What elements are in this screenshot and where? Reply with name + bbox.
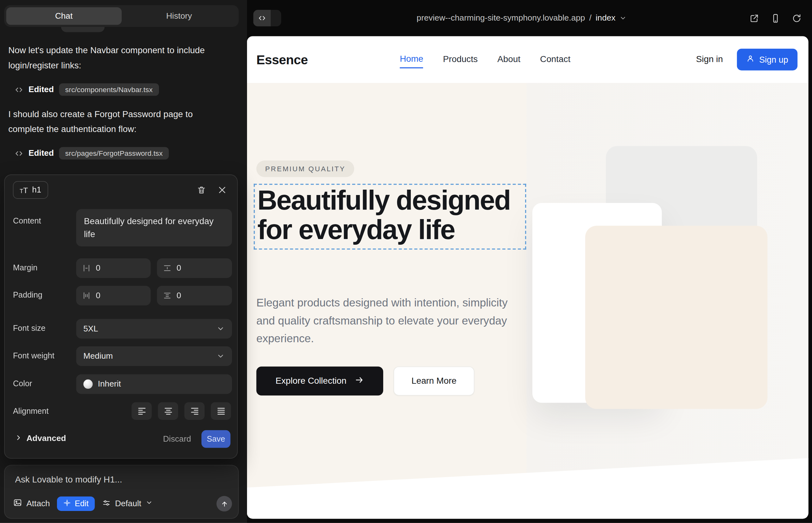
advanced-toggle[interactable]: Advanced xyxy=(15,434,66,443)
edited-file-row: Edited src/pages/ForgotPassword.tsx xyxy=(15,146,169,161)
save-button[interactable]: Save xyxy=(201,430,231,448)
font-weight-value: Medium xyxy=(83,351,113,361)
element-editor-panel: TT h1 Content Beautifully designed for e… xyxy=(4,175,237,459)
tab-chat[interactable]: Chat xyxy=(6,7,122,25)
site-navbar: Essence Home Products About Contact Sign… xyxy=(247,36,809,83)
composer-toolbar: Attach Edit Default xyxy=(13,495,232,512)
alignment-label: Alignment xyxy=(13,407,49,416)
padding-horizontal-icon xyxy=(82,292,91,300)
nav-link-products[interactable]: Products xyxy=(443,54,478,65)
hero-subtext: Elegant products designed with intention… xyxy=(256,294,509,348)
element-tag-pill[interactable]: TT h1 xyxy=(13,181,48,199)
url-separator: / xyxy=(589,14,591,23)
nav-link-home[interactable]: Home xyxy=(400,54,423,68)
decor-diagonal xyxy=(247,455,809,519)
delete-element-button[interactable] xyxy=(195,183,208,197)
margin-horizontal-icon xyxy=(82,264,91,272)
mobile-view-icon[interactable] xyxy=(771,13,780,23)
model-selector[interactable]: Default xyxy=(102,498,153,509)
edited-label: Edited xyxy=(29,85,54,94)
site-logo[interactable]: Essence xyxy=(256,36,307,83)
chevron-down-icon xyxy=(217,352,225,360)
code-preview-toggle[interactable] xyxy=(253,10,281,26)
content-label: Content xyxy=(13,217,41,226)
sliders-icon xyxy=(102,498,111,509)
align-right-button[interactable] xyxy=(184,402,205,420)
preview-url: preview--charming-site-symphony.lovable.… xyxy=(417,14,585,23)
sign-up-button[interactable]: Sign up xyxy=(737,49,797,71)
nav-link-contact[interactable]: Contact xyxy=(540,54,570,65)
crosshair-icon xyxy=(63,499,71,509)
attach-label: Attach xyxy=(26,499,50,508)
padding-vertical-input[interactable] xyxy=(177,291,213,300)
align-left-button[interactable] xyxy=(131,402,152,420)
chevron-down-icon xyxy=(217,325,225,333)
edited-file-row: Edited src/components/Navbar.tsx xyxy=(15,82,159,97)
edited-file-chip[interactable]: src/pages/ForgotPassword.tsx xyxy=(59,147,169,159)
align-center-button[interactable] xyxy=(158,402,178,420)
font-weight-label: Font weight xyxy=(13,351,54,360)
padding-horizontal-input[interactable] xyxy=(96,291,132,300)
margin-vertical-input[interactable] xyxy=(177,264,213,273)
learn-more-button[interactable]: Learn More xyxy=(394,366,474,396)
preview-url-bar[interactable]: preview--charming-site-symphony.lovable.… xyxy=(299,0,745,36)
nav-link-about[interactable]: About xyxy=(497,54,520,65)
edit-label: Edit xyxy=(75,499,89,508)
edit-mode-button[interactable]: Edit xyxy=(57,497,95,511)
chevron-down-icon xyxy=(619,15,627,22)
padding-horizontal-field xyxy=(76,286,151,306)
margin-horizontal-field xyxy=(76,258,151,278)
padding-label: Padding xyxy=(13,290,42,300)
code-icon xyxy=(15,149,23,158)
chevron-down-icon xyxy=(145,499,153,508)
code-icon xyxy=(253,10,271,26)
margin-vertical-icon xyxy=(163,264,171,272)
selected-element-outline[interactable]: Beautifully designed for everyday life xyxy=(254,184,526,250)
explore-collection-button[interactable]: Explore Collection xyxy=(256,366,383,396)
code-icon xyxy=(15,85,23,94)
preview-actions xyxy=(749,0,801,36)
content-textarea[interactable]: Beautifully designed for everyday life xyxy=(76,209,232,247)
advanced-label: Advanced xyxy=(26,434,66,443)
element-tag-label: h1 xyxy=(32,185,41,194)
close-icon[interactable] xyxy=(215,183,229,197)
font-weight-select[interactable]: Medium xyxy=(76,346,232,366)
toggle-handle xyxy=(271,10,281,26)
color-select[interactable]: Inherit xyxy=(76,374,232,394)
chevron-right-icon xyxy=(15,434,21,443)
chat-composer: Attach Edit Default xyxy=(4,465,239,519)
default-label: Default xyxy=(115,499,141,508)
edited-file-chip[interactable]: src/components/Navbar.tsx xyxy=(59,83,159,96)
decor-shape-cream xyxy=(585,226,768,409)
chat-message: Now let's update the Navbar component to… xyxy=(8,43,211,73)
open-external-icon[interactable] xyxy=(749,13,759,23)
sign-up-label: Sign up xyxy=(759,55,788,65)
sign-in-link[interactable]: Sign in xyxy=(696,36,723,83)
refresh-icon[interactable] xyxy=(792,13,801,23)
preview-viewport: Essence Home Products About Contact Sign… xyxy=(247,36,809,519)
site-hero: PREMIUM QUALITY Beautifully designed for… xyxy=(247,83,809,519)
app-window: Chat History Now let's update the Navbar… xyxy=(0,0,812,523)
image-icon xyxy=(13,498,22,509)
user-icon xyxy=(746,54,754,65)
chat-message: I should also create a Forgot Password p… xyxy=(8,107,211,137)
arrow-right-icon xyxy=(355,375,364,387)
preview-page: index xyxy=(596,14,616,23)
align-justify-button[interactable] xyxy=(211,402,231,420)
send-button[interactable] xyxy=(217,496,232,511)
margin-vertical-field xyxy=(157,258,232,278)
tab-history[interactable]: History xyxy=(121,7,236,25)
color-swatch xyxy=(83,380,92,389)
sidebar-tabs: Chat History xyxy=(4,5,239,27)
margin-horizontal-input[interactable] xyxy=(96,264,132,273)
chat-sidebar: Chat History Now let's update the Navbar… xyxy=(0,0,247,523)
color-value: Inherit xyxy=(98,380,121,389)
preview-pane: preview--charming-site-symphony.lovable.… xyxy=(247,0,812,523)
explore-collection-label: Explore Collection xyxy=(276,376,347,386)
composer-input[interactable] xyxy=(15,474,227,485)
text-size-icon: TT xyxy=(20,185,28,194)
discard-button[interactable]: Discard xyxy=(163,434,191,444)
attach-button[interactable]: Attach xyxy=(13,498,50,509)
font-size-select[interactable]: 5XL xyxy=(76,319,232,339)
site-nav-links: Home Products About Contact xyxy=(400,36,570,83)
